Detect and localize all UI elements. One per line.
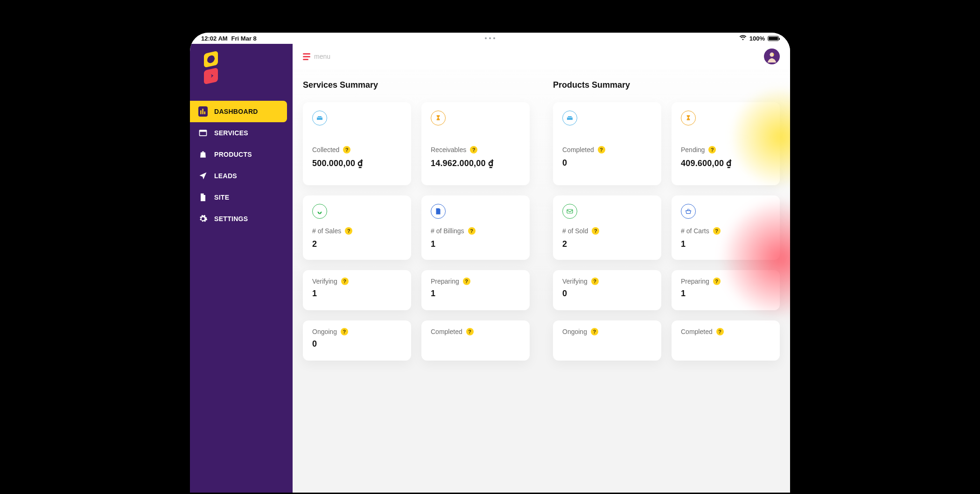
status-bar: 12:02 AM Fri Mar 8 100%	[190, 33, 790, 44]
sidebar-item-label: SETTINGS	[214, 215, 248, 223]
card-collected: Collected ? 500.000,00 ₫	[303, 102, 411, 185]
sidebar-item-products[interactable]: PRODUCTS	[190, 144, 287, 165]
card-ongoing: Ongoing ? 0	[303, 320, 411, 361]
card-value: 409.600,00 ₫	[681, 158, 770, 168]
section-title: Products Summary	[553, 80, 780, 90]
card-completed-top: Completed ? 0	[553, 102, 661, 185]
device-frame: 12:02 AM Fri Mar 8 100%	[183, 26, 797, 493]
card-label: Verifying	[562, 278, 588, 285]
card-carts: # of Carts ? 1	[672, 195, 780, 260]
hourglass-icon	[431, 111, 446, 125]
card-label: Ongoing	[562, 328, 587, 335]
sidebar-item-dashboard[interactable]: DASHBOARD	[190, 101, 287, 122]
multitask-indicator[interactable]	[485, 37, 495, 39]
chart-bar-icon	[198, 107, 208, 116]
sidebar-item-settings[interactable]: SETTINGS	[190, 208, 287, 230]
card-value: 1	[431, 239, 520, 249]
card-billings: # of Billings ? 1	[421, 195, 530, 260]
sidebar-item-label: DASHBOARD	[214, 108, 258, 115]
help-icon[interactable]: ?	[343, 146, 350, 153]
sprout-icon	[312, 204, 327, 219]
status-battery-percent: 100%	[749, 35, 765, 42]
products-summary: Products Summary Completed ?	[553, 80, 780, 361]
card-label: Completed	[681, 328, 713, 335]
svg-rect-1	[773, 54, 774, 56]
card-completed-p: Completed ?	[672, 320, 780, 361]
card-label: Preparing	[431, 278, 459, 285]
help-icon[interactable]: ?	[468, 227, 476, 235]
dashboard-content: Services Summary Collected ?	[293, 69, 790, 361]
card-label: Pending	[681, 146, 705, 153]
card-completed: Completed ?	[421, 320, 530, 361]
card-preparing: Preparing ? 1	[421, 270, 530, 310]
sidebar-item-label: SERVICES	[214, 129, 248, 137]
hourglass-icon	[681, 111, 696, 125]
sidebar-item-label: PRODUCTS	[214, 151, 252, 158]
card-label: # of Sold	[562, 227, 588, 235]
card-label: # of Carts	[681, 227, 709, 235]
avatar[interactable]	[764, 49, 780, 64]
card-value: 0	[562, 158, 652, 168]
card-value: 1	[312, 289, 402, 299]
sidebar-item-site[interactable]: SITE	[190, 187, 287, 208]
main-panel: menu Services Summary	[293, 44, 790, 493]
cash-icon	[312, 111, 327, 125]
help-icon[interactable]: ?	[345, 227, 352, 235]
card-label: Verifying	[312, 278, 337, 285]
window-icon	[198, 128, 208, 138]
card-preparing-p: Preparing ? 1	[672, 270, 780, 310]
card-value: 1	[681, 239, 770, 249]
card-sales: # of Sales ? 2	[303, 195, 411, 260]
card-label: # of Billings	[431, 227, 464, 235]
help-icon[interactable]: ?	[341, 278, 349, 285]
app-shell: DASHBOARD SERVICES PRODUCTS	[190, 44, 790, 493]
card-value: 0	[562, 289, 652, 299]
basket-icon	[681, 204, 696, 219]
card-label: Receivables	[431, 146, 466, 153]
help-icon[interactable]: ?	[341, 328, 348, 335]
sidebar-item-services[interactable]: SERVICES	[190, 122, 287, 144]
card-pending: Pending ? 409.600,00 ₫	[672, 102, 780, 185]
device-screen: 12:02 AM Fri Mar 8 100%	[190, 33, 790, 493]
menu-toggle[interactable]: menu	[303, 53, 330, 60]
help-icon[interactable]: ?	[716, 328, 724, 335]
sidebar-item-label: LEADS	[214, 172, 237, 180]
card-label: Completed	[562, 146, 594, 153]
sidebar-nav: DASHBOARD SERVICES PRODUCTS	[190, 101, 293, 230]
help-icon[interactable]: ?	[591, 278, 599, 285]
send-icon	[198, 171, 208, 181]
wifi-icon	[739, 35, 747, 42]
sidebar-item-leads[interactable]: LEADS	[190, 165, 287, 187]
invoice-icon	[431, 204, 446, 219]
help-icon[interactable]: ?	[466, 328, 474, 335]
card-label: Collected	[312, 146, 339, 153]
card-verifying: Verifying ? 1	[303, 270, 411, 310]
help-icon[interactable]: ?	[713, 227, 721, 235]
card-value: 1	[681, 289, 770, 299]
section-title: Services Summary	[303, 80, 530, 90]
help-icon[interactable]: ?	[463, 278, 470, 285]
card-receivables: Receivables ? 14.962.000,00 ₫	[421, 102, 530, 185]
card-sold: # of Sold ? 2	[553, 195, 661, 260]
help-icon[interactable]: ?	[713, 278, 721, 285]
document-icon	[198, 193, 208, 202]
status-date: Fri Mar 8	[231, 35, 257, 42]
burger-icon	[303, 53, 310, 60]
help-icon[interactable]: ?	[470, 146, 477, 153]
status-time: 12:02 AM	[201, 35, 228, 42]
card-value: 2	[562, 239, 652, 249]
help-icon[interactable]: ?	[708, 146, 716, 153]
sidebar-item-label: SITE	[214, 194, 229, 201]
help-icon[interactable]: ?	[591, 328, 598, 335]
services-summary: Services Summary Collected ?	[303, 80, 530, 361]
shopping-bag-icon	[198, 150, 208, 159]
card-ongoing-p: Ongoing ?	[553, 320, 661, 361]
topbar: menu	[293, 44, 790, 69]
help-icon[interactable]: ?	[598, 146, 605, 153]
gear-icon	[198, 214, 208, 223]
help-icon[interactable]: ?	[592, 227, 599, 235]
card-label: Completed	[431, 328, 462, 335]
app-logo[interactable]	[202, 52, 221, 85]
card-label: # of Sales	[312, 227, 341, 235]
card-label: Preparing	[681, 278, 709, 285]
